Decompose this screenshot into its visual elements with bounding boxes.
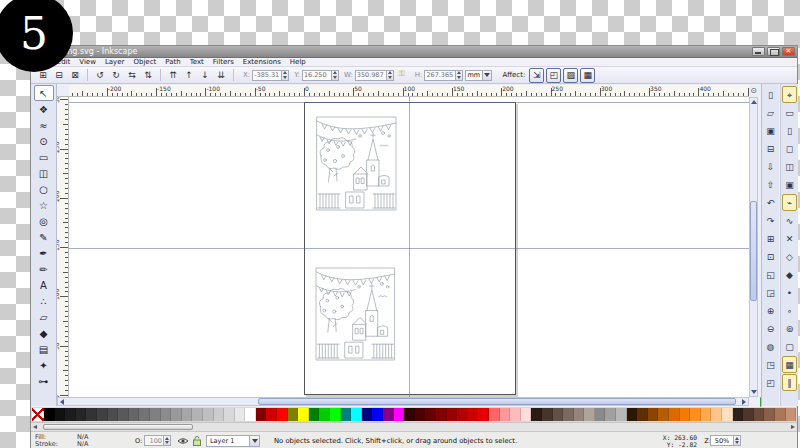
import-image-button[interactable]: ⇩ — [763, 158, 778, 175]
new-document-button[interactable]: ▯ — [763, 86, 778, 103]
color-swatch[interactable] — [521, 408, 532, 421]
color-swatch[interactable] — [150, 408, 161, 421]
color-swatch[interactable] — [627, 408, 638, 421]
snap-toggle-button[interactable]: ⌖ — [782, 86, 797, 103]
snap-bbox-edges-button[interactable]: ▯ — [782, 122, 797, 139]
color-swatch[interactable] — [129, 408, 140, 421]
color-swatch[interactable] — [754, 408, 765, 421]
x-spinner[interactable] — [282, 70, 289, 81]
color-swatch[interactable] — [722, 408, 733, 421]
selector-tool[interactable]: ↖ — [34, 85, 54, 101]
zoom-in-button[interactable]: ⊕ — [763, 302, 778, 319]
layer-dropdown-icon[interactable] — [250, 435, 260, 447]
select-all-layers-button[interactable]: ⊟ — [52, 68, 66, 82]
calligraphy-tool[interactable]: ✏ — [34, 261, 54, 277]
color-swatch[interactable] — [319, 408, 330, 421]
maximize-button[interactable] — [767, 47, 780, 56]
color-swatch[interactable] — [171, 408, 182, 421]
snap-nodes-button[interactable]: ⌁ — [782, 194, 797, 211]
w-spinner[interactable] — [387, 70, 394, 81]
corner-magnifier-icon[interactable]: ⊙ — [749, 85, 758, 97]
color-swatch[interactable] — [161, 408, 172, 421]
y-spinner[interactable] — [332, 70, 339, 81]
affect-gradients-button[interactable]: ▨ — [563, 68, 578, 83]
color-swatch[interactable] — [743, 408, 754, 421]
snap-cusp-nodes-button[interactable]: ◇ — [782, 248, 797, 265]
lock-ratio-icon[interactable]: ⚿ — [396, 69, 408, 82]
zoom-page-button[interactable]: ◍ — [763, 338, 778, 355]
color-swatch[interactable] — [404, 408, 415, 421]
y-field[interactable]: 16.250 — [302, 70, 332, 81]
affect-stroke-width-button[interactable]: ⇲ — [529, 68, 544, 83]
lower-to-bottom-button[interactable]: ⇊ — [214, 68, 228, 82]
color-swatch[interactable] — [425, 408, 436, 421]
color-swatch[interactable] — [298, 408, 309, 421]
vertical-ruler[interactable]: 300250200150100500 — [57, 97, 69, 397]
color-swatch[interactable] — [690, 408, 701, 421]
snap-line-midpoints-button[interactable]: • — [782, 284, 797, 301]
rectangle-tool[interactable]: ▭ — [34, 149, 54, 165]
color-swatch[interactable] — [351, 408, 362, 421]
color-swatch[interactable] — [478, 408, 489, 421]
w-field[interactable]: 350.987 — [355, 70, 387, 81]
color-swatch[interactable] — [553, 408, 564, 421]
spiral-tool[interactable]: ◎ — [34, 213, 54, 229]
close-button[interactable] — [782, 47, 795, 56]
color-swatch[interactable] — [584, 408, 595, 421]
color-swatch[interactable] — [266, 408, 277, 421]
palette-scroll-thumb[interactable] — [43, 424, 193, 430]
paint-bucket-tool[interactable]: ◆ — [34, 325, 54, 341]
papercut-drawing-bottom[interactable] — [314, 267, 397, 361]
x-field[interactable]: -385.31 — [252, 70, 282, 81]
color-swatch[interactable] — [372, 408, 383, 421]
color-swatch[interactable] — [764, 408, 775, 421]
snap-page-border-button[interactable]: ▢ — [782, 338, 797, 355]
minimize-button[interactable] — [752, 47, 765, 56]
eraser-tool[interactable]: ▱ — [34, 309, 54, 325]
menu-item-text[interactable]: Text — [190, 58, 204, 66]
vertical-scrollbar[interactable] — [749, 97, 758, 397]
color-swatch[interactable] — [733, 408, 744, 421]
affect-patterns-button[interactable]: ▦ — [580, 68, 595, 83]
h-spinner[interactable] — [456, 70, 463, 81]
color-swatch[interactable] — [669, 408, 680, 421]
affect-rect-corners-button[interactable]: ◰ — [546, 68, 561, 83]
title-bar[interactable]: ing.svg - Inkscape — [31, 46, 797, 58]
color-swatch[interactable] — [711, 408, 722, 421]
zoom-spinbox[interactable]: 50% — [710, 435, 741, 446]
snap-guides-button[interactable]: ∥ — [782, 374, 797, 391]
color-swatch[interactable] — [235, 408, 246, 421]
canvas[interactable] — [69, 97, 749, 397]
color-swatch[interactable] — [574, 408, 585, 421]
color-swatch[interactable] — [436, 408, 447, 421]
color-swatch[interactable] — [277, 408, 288, 421]
zoom-out-button[interactable]: ⊖ — [763, 320, 778, 337]
color-swatch[interactable] — [701, 408, 712, 421]
horizontal-scrollbar[interactable] — [57, 397, 749, 406]
color-swatch[interactable] — [245, 408, 256, 421]
color-swatch[interactable] — [489, 408, 500, 421]
snap-path-intersections-button[interactable]: ✕ — [782, 230, 797, 247]
color-swatch[interactable] — [330, 408, 341, 421]
papercut-drawing-top[interactable] — [316, 116, 397, 211]
color-swatch[interactable] — [563, 408, 574, 421]
node-editor-tool[interactable]: ❖ — [34, 101, 54, 117]
ungroup-objects-button[interactable]: ◰ — [763, 374, 778, 391]
unit-combo[interactable]: mm — [465, 70, 492, 81]
color-swatch[interactable] — [605, 408, 616, 421]
rotate-ccw-button[interactable]: ↺ — [93, 68, 107, 82]
lower-button[interactable]: ↓ — [198, 68, 212, 82]
color-swatch[interactable] — [786, 408, 797, 421]
copy-button[interactable]: ⊞ — [763, 230, 778, 247]
menu-item-view[interactable]: View — [79, 58, 96, 66]
color-swatch[interactable] — [256, 408, 267, 421]
color-swatch[interactable] — [775, 408, 786, 421]
color-swatch[interactable] — [341, 408, 352, 421]
menu-item-filters[interactable]: Filters — [213, 58, 234, 66]
color-swatch[interactable] — [65, 408, 76, 421]
color-swatch[interactable] — [182, 408, 193, 421]
h-field[interactable]: 267.365 — [424, 70, 456, 81]
zoom-spinner[interactable] — [734, 435, 741, 446]
duplicate-button[interactable]: ◱ — [763, 266, 778, 283]
color-swatch[interactable] — [192, 408, 203, 421]
